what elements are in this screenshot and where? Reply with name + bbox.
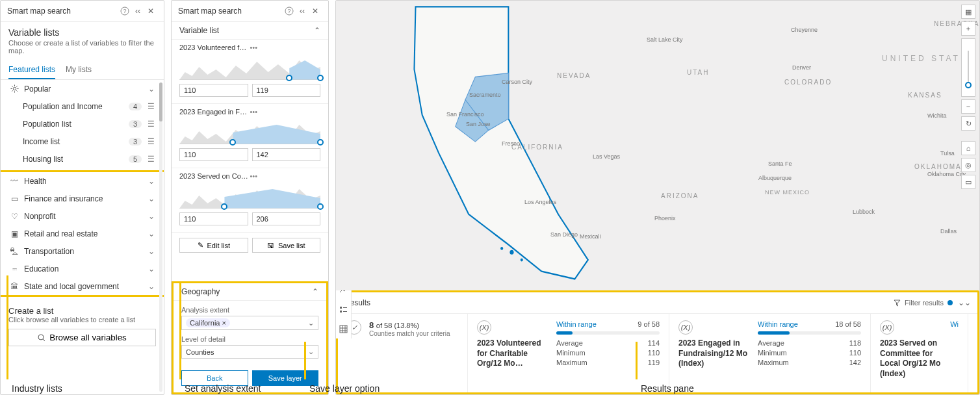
category-icon: ⎓	[8, 264, 20, 274]
sublist-item[interactable]: Housing list 5 ☰	[1, 150, 164, 168]
category-item[interactable]: ⎓ Education ⌄	[1, 260, 164, 277]
slider-handle-low[interactable]	[286, 75, 292, 81]
more-icon[interactable]: •••	[250, 108, 321, 116]
category-icon: ⛍	[8, 247, 20, 256]
svg-line-9	[16, 86, 17, 86]
histogram[interactable]	[179, 118, 320, 144]
tab-featured[interactable]: Featured lists	[8, 61, 55, 79]
table-tool-icon[interactable]	[336, 319, 351, 338]
count-badge: 3	[129, 120, 142, 128]
filter-results-button[interactable]: Filter results	[894, 299, 953, 307]
histogram[interactable]	[179, 183, 320, 209]
city-mexicali: Mexicali	[580, 233, 601, 240]
map[interactable]: NEVADA UTAH COLORADO KANSAS NEW MEXICO A…	[336, 1, 979, 290]
scrollbar[interactable]	[159, 83, 162, 392]
slider-handle-low[interactable]	[221, 203, 227, 210]
range-low-input[interactable]: 110	[179, 148, 248, 161]
city-sf: San Francisco	[446, 111, 484, 118]
category-item[interactable]: ♡ Nonprofit ⌄	[1, 207, 164, 225]
range-low-input[interactable]: 110	[179, 212, 248, 225]
count-badge: 4	[129, 103, 142, 110]
pencil-icon: ✎	[198, 241, 203, 249]
city-sj: San Jose	[466, 121, 491, 127]
panel2-title: Smart map search	[178, 6, 283, 16]
slider-handle-low[interactable]	[229, 139, 236, 146]
close-icon[interactable]: ✕	[144, 5, 157, 18]
category-item[interactable]: 〰 Health ⌄	[1, 172, 164, 190]
lod-select[interactable]: Counties ⌄	[181, 345, 318, 359]
list-area: Popular ⌄ Population and Income 4 ☰Popul…	[1, 80, 164, 394]
variable-icon: (X)	[880, 320, 894, 335]
zoom-handle[interactable]	[965, 82, 972, 88]
extent-label: Analysis extent	[181, 306, 318, 314]
sublist-item[interactable]: Population and Income 4 ☰	[1, 97, 164, 115]
zoom-in-button[interactable]: +	[961, 21, 975, 36]
category-item[interactable]: ▣ Retail and real estate ⌄	[1, 225, 164, 242]
chevron-down-icon: ⌄	[147, 177, 156, 186]
main-area: NEVADA UTAH COLORADO KANSAS NEW MEXICO A…	[335, 0, 980, 395]
range-low-input[interactable]: 110	[179, 84, 248, 97]
collapse-icon[interactable]: ‹‹	[131, 5, 144, 18]
section-geography[interactable]: Geography ⌃	[174, 283, 326, 301]
slider-handle-high[interactable]	[317, 203, 324, 210]
svg-text:?: ?	[123, 8, 126, 14]
tab-my-lists[interactable]: My lists	[66, 61, 92, 79]
more-icon[interactable]: •••	[250, 44, 321, 51]
chevron-down-icon: ⌄	[147, 84, 156, 94]
category-label: Nonprofit	[24, 212, 147, 221]
save-list-button[interactable]: 🖫 Save list	[252, 238, 321, 253]
range-count: 9 of 58	[638, 320, 660, 328]
svg-point-11	[38, 335, 44, 340]
help-icon[interactable]: ?	[283, 5, 296, 18]
panel1-header: Smart map search ? ‹‹ ✕	[1, 1, 164, 22]
var-name: 2023 Engaged in Fundraising/12 Mo (Index…	[179, 108, 250, 116]
count-desc: Counties match your criteria	[369, 330, 450, 337]
slider-handle-high[interactable]	[317, 75, 324, 81]
category-item[interactable]: ⛍ Transportation ⌄	[1, 242, 164, 260]
browse-label: Browse all variables	[49, 333, 127, 342]
sublist-item[interactable]: Population list 3 ☰	[1, 115, 164, 133]
help-icon[interactable]: ?	[118, 5, 131, 18]
more-icon[interactable]: •••	[250, 172, 321, 180]
locate-icon[interactable]: ◎	[961, 158, 975, 172]
create-title: Create a list	[8, 306, 156, 316]
home-icon[interactable]: ⌂	[961, 141, 975, 155]
cat-popular[interactable]: Popular ⌄	[1, 80, 164, 97]
min-label: Minimum	[758, 349, 787, 357]
label-kansas: KANSAS	[908, 92, 942, 99]
screen-icon[interactable]: ▭	[961, 175, 975, 189]
range-high-input[interactable]: 119	[252, 84, 321, 97]
browse-all-button[interactable]: Browse all variables	[8, 329, 156, 346]
category-item[interactable]: ▭ Finance and insurance ⌄	[1, 190, 164, 207]
variable-block: 2023 Volunteered for Charitable Org/12 M…	[172, 40, 328, 104]
within-label: Within range	[758, 320, 798, 328]
zoom-out-button[interactable]: −	[961, 99, 975, 114]
edit-list-button[interactable]: ✎ Edit list	[179, 238, 248, 253]
filter-panel: Smart map search ? ‹‹ ✕ Variable list ⌃ …	[171, 0, 329, 395]
city-tulsa: Tulsa	[940, 150, 955, 157]
extent-select[interactable]: California × ⌄	[181, 316, 318, 330]
legend-tool-icon[interactable]	[336, 299, 351, 319]
chevron-down-icon: ⌄	[147, 212, 156, 221]
range-high-input[interactable]: 142	[252, 148, 321, 161]
sublist-item[interactable]: Income list 3 ☰	[1, 133, 164, 150]
slider-handle-high[interactable]	[317, 139, 324, 146]
range-count: 18 of 58	[835, 320, 861, 328]
city-phoenix: Phoenix	[654, 215, 676, 222]
category-label: Transportation	[24, 247, 147, 256]
list-icon: ☰	[146, 137, 156, 146]
close-icon[interactable]: ✕	[309, 5, 322, 18]
histogram[interactable]	[179, 54, 320, 80]
panel1-subtitle: Variable lists	[8, 27, 156, 38]
collapse-results-icon[interactable]: ⌄⌄	[958, 296, 971, 309]
anno-save: Save layer option	[309, 383, 380, 394]
section-variable-list[interactable]: Variable list ⌃	[172, 22, 328, 40]
category-item[interactable]: 🏛 State and local government ⌄	[1, 277, 164, 295]
collapse-icon[interactable]: ‹‹	[296, 5, 309, 18]
grid-icon[interactable]: ▦	[961, 5, 975, 19]
zoom-slider[interactable]	[961, 38, 975, 97]
avg-val: 118	[849, 339, 861, 347]
range-high-input[interactable]: 206	[252, 212, 321, 225]
north-icon[interactable]: ↻	[961, 116, 975, 131]
range-bar	[758, 331, 861, 335]
